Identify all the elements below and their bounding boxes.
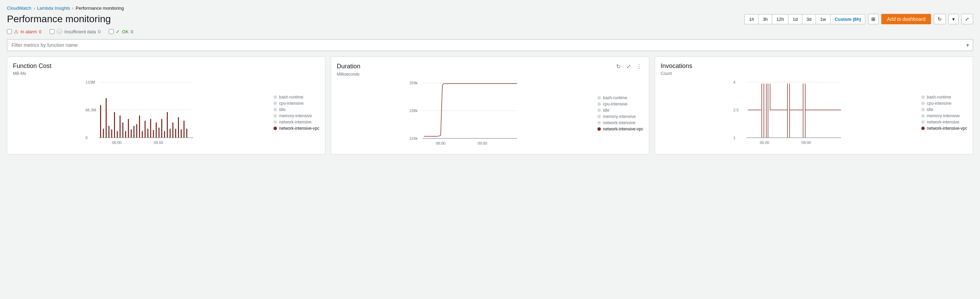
duration-chart-area: 259k 238k 216k 06:00 09:00 (337, 78, 643, 149)
svg-rect-9 (108, 126, 110, 138)
svg-rect-29 (164, 131, 165, 138)
warning-icon: ⚠ (14, 29, 18, 34)
invocations-header: Invocations (661, 62, 967, 70)
calendar-icon: ⊞ (871, 16, 875, 22)
ok-label: OK (122, 29, 129, 34)
legend-dot-1 (274, 95, 277, 99)
svg-rect-8 (106, 98, 107, 138)
legend-item-idle-1: idle (274, 107, 319, 112)
refresh-button[interactable]: ↻ (934, 14, 946, 24)
legend-item-network-intensive-vpc-3: network-intensive-vpc (921, 126, 967, 131)
legend-label-6: network-intensive-vpc (279, 126, 319, 131)
legend-item-network-intensive-vpc-1: network-intensive-vpc (274, 126, 319, 131)
legend-dot-7 (597, 96, 601, 100)
svg-text:09:00: 09:00 (154, 141, 163, 145)
breadcrumb-cloudwatch[interactable]: CloudWatch (7, 6, 31, 11)
svg-rect-28 (161, 119, 162, 138)
time-btn-3h[interactable]: 3h (759, 14, 772, 24)
legend-item-idle-2: idle (597, 108, 643, 113)
svg-text:259k: 259k (409, 81, 418, 85)
alarm-checkbox-in-alarm[interactable] (7, 29, 12, 34)
legend-dot-3 (274, 108, 277, 111)
page-title: Performance monitoring (7, 14, 111, 25)
duration-unit: Milliseconds (337, 72, 643, 77)
alarm-checkbox-ok[interactable] (109, 29, 114, 34)
legend-label-3: idle (279, 107, 286, 112)
time-range-buttons: 1h 3h 12h 1d 3d 1w Custom (6h) (745, 14, 865, 24)
legend-dot-14 (921, 102, 925, 105)
in-alarm-label: In alarm (21, 29, 37, 34)
duration-title: Duration (337, 63, 360, 70)
time-btn-1h[interactable]: 1h (745, 14, 758, 24)
search-input[interactable] (7, 39, 973, 51)
legend-dot-15 (921, 108, 925, 111)
legend-dot-9 (597, 109, 601, 112)
invocations-card: Invocations Count 4 2.5 1 (655, 57, 973, 154)
svg-rect-14 (123, 122, 123, 138)
alarm-filter-ok: ✓ OK 0 (109, 29, 133, 34)
svg-text:133M: 133M (86, 80, 95, 84)
duration-actions: ↻ ⤢ ⋮ (615, 62, 643, 70)
svg-rect-25 (153, 130, 154, 138)
legend-label-17: network-intensive (927, 120, 959, 125)
breadcrumb: CloudWatch › Lambda Insights › Performan… (7, 6, 973, 11)
time-btn-custom[interactable]: Custom (6h) (830, 14, 865, 24)
in-alarm-count: 0 (39, 29, 41, 34)
invocations-svg-wrapper: 4 2.5 1 (661, 78, 917, 148)
fullscreen-icon: ⤢ (965, 16, 969, 22)
invocations-title: Invocations (661, 62, 692, 70)
fullscreen-button[interactable]: ⤢ (961, 14, 973, 24)
legend-item-cpu-intensive-2: cpu-intensive (597, 102, 643, 106)
svg-text:4: 4 (733, 80, 735, 84)
function-cost-unit: MB-Ms (13, 71, 319, 76)
charts-grid: Function Cost MB-Ms 133M 66.3M 0 (7, 57, 973, 154)
time-btn-12h[interactable]: 12h (772, 14, 789, 24)
legend-label-16: memory-intensive (927, 114, 960, 118)
svg-text:06:00: 06:00 (436, 141, 445, 146)
breadcrumb-current: Performance monitoring (76, 6, 124, 11)
legend-label-5: network-intensive (279, 120, 311, 125)
alarm-filters: ⚠ In alarm 0 — Insufficient data 0 ✓ OK … (7, 29, 973, 34)
legend-label-1: bash-runtime (279, 95, 303, 100)
time-btn-1d[interactable]: 1d (789, 14, 802, 24)
legend-dot-4 (274, 114, 277, 118)
function-cost-header: Function Cost (13, 62, 319, 70)
svg-rect-34 (178, 117, 179, 138)
page-wrapper: CloudWatch › Lambda Insights › Performan… (0, 0, 980, 160)
time-btn-3d[interactable]: 3d (802, 14, 816, 24)
svg-rect-31 (170, 129, 171, 138)
legend-item-cpu-intensive-1: cpu-intensive (274, 101, 319, 106)
dropdown-button[interactable]: ▾ (948, 14, 958, 24)
svg-rect-21 (142, 131, 143, 138)
duration-more-button[interactable]: ⋮ (635, 62, 643, 70)
legend-dot-11 (597, 121, 601, 125)
svg-rect-17 (130, 130, 132, 138)
legend-dot-10 (597, 115, 601, 118)
svg-rect-13 (119, 115, 121, 138)
svg-rect-35 (181, 130, 182, 138)
legend-label-18: network-intensive-vpc (927, 126, 967, 131)
calendar-icon-button[interactable]: ⊞ (868, 14, 878, 24)
time-controls: 1h 3h 12h 1d 3d 1w Custom (6h) ⊞ Add to … (745, 14, 973, 24)
alarm-checkbox-insufficient[interactable] (50, 29, 54, 34)
svg-rect-18 (134, 126, 135, 138)
duration-expand-button[interactable]: ⤢ (625, 62, 632, 70)
svg-rect-37 (186, 129, 187, 138)
svg-text:0: 0 (86, 136, 88, 140)
time-btn-1w[interactable]: 1w (816, 14, 830, 24)
legend-dot-13 (921, 95, 925, 99)
legend-dot-12 (597, 127, 601, 131)
duration-card: Duration ↻ ⤢ ⋮ Milliseconds 259k 238k 21… (331, 57, 649, 154)
breadcrumb-lambda-insights[interactable]: Lambda Insights (37, 6, 70, 11)
invocations-legend: bash-runtime cpu-intensive idle memory-i… (921, 78, 967, 148)
svg-rect-12 (117, 131, 118, 138)
function-cost-title: Function Cost (13, 62, 51, 70)
svg-rect-32 (172, 122, 173, 138)
duration-refresh-button[interactable]: ↻ (615, 62, 622, 70)
svg-rect-36 (183, 121, 185, 138)
header-row: Performance monitoring 1h 3h 12h 1d 3d 1… (7, 14, 973, 25)
add-dashboard-button[interactable]: Add to dashboard (881, 14, 931, 24)
function-cost-svg-wrapper: 133M 66.3M 0 (13, 78, 269, 148)
duration-legend: bash-runtime cpu-intensive idle memory-i… (597, 78, 643, 149)
function-cost-legend: bash-runtime cpu-intensive idle memory-i… (274, 78, 319, 148)
